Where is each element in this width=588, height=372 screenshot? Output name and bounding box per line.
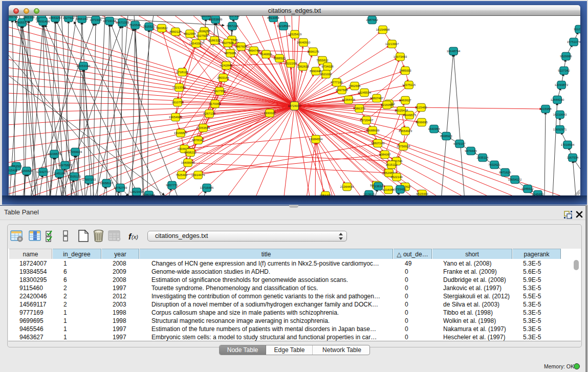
svg-text:9463627: 9463627 — [399, 99, 411, 102]
svg-text:18807249: 18807249 — [371, 142, 385, 145]
svg-text:1930027: 1930027 — [264, 112, 276, 115]
svg-text:1113615: 1113615 — [363, 193, 375, 195]
svg-text:12213369: 12213369 — [172, 86, 186, 89]
svg-text:10688609: 10688609 — [366, 129, 380, 132]
svg-text:6466160: 6466160 — [76, 17, 88, 20]
svg-text:7857211: 7857211 — [228, 16, 241, 17]
svg-text:1865308: 1865308 — [23, 16, 35, 19]
svg-text:2718126: 2718126 — [176, 71, 188, 74]
svg-text:9498212: 9498212 — [184, 151, 197, 154]
svg-text:7625402: 7625402 — [176, 173, 188, 177]
svg-text:9245612: 9245612 — [521, 187, 534, 190]
svg-text:2803144: 2803144 — [217, 76, 229, 79]
svg-text:13449575: 13449575 — [403, 114, 417, 117]
svg-text:16409948: 16409948 — [181, 161, 195, 164]
svg-text:15756928: 15756928 — [397, 145, 410, 148]
svg-text:8454749: 8454749 — [248, 49, 260, 52]
svg-text:3915411: 3915411 — [9, 169, 18, 172]
svg-text:16210643: 16210643 — [553, 113, 567, 116]
svg-text:7857224: 7857224 — [226, 25, 238, 28]
svg-text:9777169: 9777169 — [331, 81, 343, 84]
svg-text:1696175: 1696175 — [307, 50, 319, 53]
svg-text:21364436: 21364436 — [342, 98, 356, 101]
svg-text:6379197: 6379197 — [453, 142, 466, 145]
svg-text:16245534: 16245534 — [358, 91, 372, 94]
svg-text:1167534: 1167534 — [567, 156, 579, 159]
svg-text:12342737: 12342737 — [36, 170, 50, 173]
svg-text:12213967: 12213967 — [385, 42, 399, 46]
svg-text:15720407: 15720407 — [360, 119, 374, 122]
svg-text:1610755: 1610755 — [171, 101, 184, 104]
svg-text:18724007: 18724007 — [288, 104, 301, 107]
svg-text:9699695: 9699695 — [416, 121, 428, 124]
svg-text:9227342: 9227342 — [558, 69, 570, 72]
svg-text:21364436: 21364436 — [340, 185, 354, 188]
svg-text:1605380: 1605380 — [200, 16, 212, 17]
svg-text:7663822: 7663822 — [156, 27, 168, 30]
svg-text:1156829: 1156829 — [21, 169, 33, 172]
svg-text:1588520: 1588520 — [273, 57, 286, 60]
svg-text:12505115: 12505115 — [68, 175, 81, 178]
svg-text:1145194: 1145194 — [54, 172, 66, 175]
svg-text:8938923: 8938923 — [440, 135, 452, 138]
svg-text:17359924: 17359924 — [69, 150, 82, 154]
svg-text:6497568: 6497568 — [336, 89, 348, 92]
svg-text:15751074: 15751074 — [567, 40, 580, 43]
svg-text:7515521: 7515521 — [143, 25, 155, 28]
svg-text:12375115: 12375115 — [402, 83, 416, 86]
svg-text:1621022: 1621022 — [320, 73, 332, 76]
svg-text:16914479: 16914479 — [191, 173, 205, 177]
svg-text:1362615: 1362615 — [297, 65, 309, 68]
svg-text:7386372: 7386372 — [353, 107, 365, 110]
svg-text:1615112: 1615112 — [386, 163, 398, 166]
svg-text:6216055: 6216055 — [381, 103, 393, 106]
svg-text:10653257: 10653257 — [49, 16, 62, 19]
svg-text:16640910: 16640910 — [297, 41, 311, 44]
svg-text:9734028: 9734028 — [321, 65, 334, 68]
svg-text:20206578: 20206578 — [48, 152, 61, 156]
svg-text:8660124: 8660124 — [169, 30, 182, 33]
svg-text:10719155: 10719155 — [103, 19, 117, 23]
svg-text:16053809: 16053809 — [209, 18, 223, 21]
svg-text:10958107: 10958107 — [100, 182, 114, 185]
svg-text:1112304: 1112304 — [574, 28, 580, 31]
svg-text:8267130: 8267130 — [203, 112, 215, 115]
svg-text:1640954: 1640954 — [428, 127, 440, 130]
svg-text:13654923: 13654923 — [399, 129, 412, 133]
svg-text:11136141: 11136141 — [372, 185, 385, 188]
svg-text:13716485: 13716485 — [200, 186, 214, 189]
svg-text:2087662: 2087662 — [366, 18, 378, 21]
svg-text:19218506: 19218506 — [277, 25, 291, 28]
svg-text:16648794: 16648794 — [447, 50, 461, 53]
svg-text:4170061: 4170061 — [209, 102, 221, 105]
svg-text:6216088: 6216088 — [382, 188, 395, 191]
svg-text:(x): (x) — [132, 234, 138, 240]
svg-text:7955812: 7955812 — [316, 59, 329, 62]
svg-text:9529996: 9529996 — [560, 55, 572, 58]
svg-text:7515546: 7515546 — [129, 24, 141, 27]
svg-text:1527602: 1527602 — [62, 16, 75, 19]
svg-text:16154808: 16154808 — [376, 28, 390, 31]
svg-text:13325419: 13325419 — [288, 33, 302, 36]
svg-text:7632621: 7632621 — [488, 163, 500, 166]
svg-text:3875685: 3875685 — [224, 52, 236, 55]
svg-text:10654122: 10654122 — [508, 178, 522, 181]
svg-text:9115460: 9115460 — [416, 106, 428, 109]
svg-text:10807487: 10807487 — [370, 97, 384, 100]
svg-text:7462666: 7462666 — [349, 84, 361, 87]
svg-text:12444190: 12444190 — [551, 98, 564, 101]
svg-text:9084067: 9084067 — [379, 153, 391, 156]
svg-text:9327508: 9327508 — [222, 41, 234, 45]
svg-text:9146821: 9146821 — [260, 53, 272, 56]
svg-text:2935114: 2935114 — [477, 156, 489, 159]
svg-text:17957253: 17957253 — [82, 178, 96, 181]
svg-text:9242845: 9242845 — [220, 64, 232, 67]
svg-text:2867608: 2867608 — [235, 45, 247, 48]
svg-text:8186323: 8186323 — [208, 39, 221, 42]
svg-text:8471626: 8471626 — [499, 171, 511, 174]
svg-text:13692971: 13692971 — [553, 128, 567, 131]
svg-text:27691406: 27691406 — [36, 20, 50, 23]
svg-text:20053346: 20053346 — [77, 64, 91, 68]
svg-text:19166827: 19166827 — [174, 132, 188, 135]
svg-text:10973493: 10973493 — [394, 55, 407, 58]
